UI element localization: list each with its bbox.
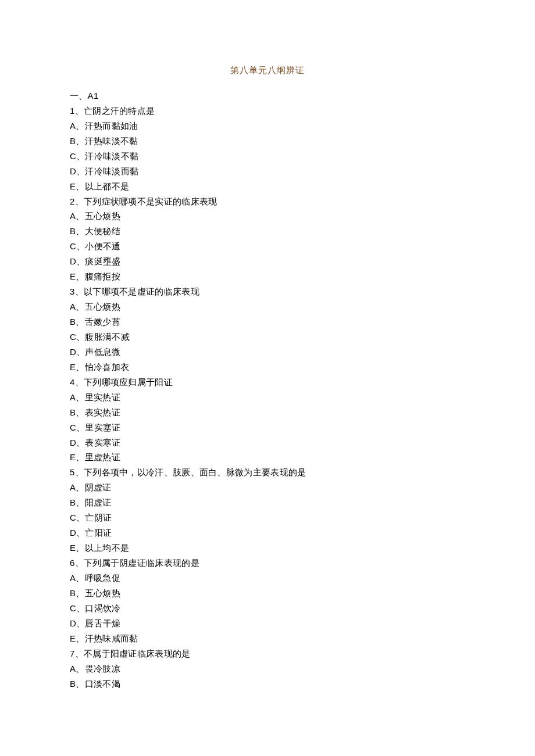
- question-stem: 1、亡阴之汗的特点是: [70, 103, 465, 119]
- question-option: E、以上都不是: [70, 179, 465, 194]
- question-option: D、唇舌干燥: [70, 616, 465, 631]
- question-option: A、汗热而黏如油: [70, 119, 465, 134]
- question-option: A、五心烦热: [70, 299, 465, 314]
- question-list: 1、亡阴之汗的特点是A、汗热而黏如油B、汗热味淡不黏C、汗冷味淡不黏D、汗冷味淡…: [70, 103, 465, 691]
- question-option: E、汗热味咸而黏: [70, 631, 465, 646]
- page-title: 第八单元八纲辨证: [70, 63, 465, 78]
- question-option: D、汗冷味淡而黏: [70, 164, 465, 179]
- question-option: A、里实热证: [70, 390, 465, 405]
- section-label: 一、A1: [70, 88, 465, 103]
- question-option: A、畏冷肢凉: [70, 661, 465, 676]
- question-option: E、怕冷喜加衣: [70, 360, 465, 375]
- question-stem: 2、下列症状哪项不是实证的临床表现: [70, 194, 465, 209]
- question-stem: 4、下列哪项应归属于阳证: [70, 375, 465, 390]
- question-option: B、阳虚证: [70, 495, 465, 510]
- question-option: B、五心烦热: [70, 586, 465, 601]
- question-option: C、亡阴证: [70, 510, 465, 525]
- question-option: E、腹痛拒按: [70, 269, 465, 284]
- question-option: E、里虚热证: [70, 450, 465, 465]
- question-option: C、小便不通: [70, 239, 465, 254]
- question-option: A、呼吸急促: [70, 571, 465, 586]
- question-option: A、五心烦热: [70, 209, 465, 224]
- question-option: D、亡阳证: [70, 525, 465, 540]
- question-option: A、阴虚证: [70, 480, 465, 495]
- question-option: B、汗热味淡不黏: [70, 134, 465, 149]
- question-option: C、腹胀满不减: [70, 329, 465, 345]
- question-option: D、表实寒证: [70, 435, 465, 450]
- question-stem: 6、下列属于阴虚证临床表现的是: [70, 556, 465, 571]
- question-stem: 3、以下哪项不是虚证的临床表现: [70, 284, 465, 299]
- question-stem: 7、不属于阳虚证临床表现的是: [70, 646, 465, 661]
- question-option: B、口淡不渴: [70, 676, 465, 691]
- question-option: B、表实热证: [70, 405, 465, 420]
- question-option: E、以上均不是: [70, 540, 465, 556]
- question-option: C、口渴饮冷: [70, 601, 465, 616]
- exam-page: 第八单元八纲辨证 一、A1 1、亡阴之汗的特点是A、汗热而黏如油B、汗热味淡不黏…: [0, 0, 535, 714]
- question-option: B、大便秘结: [70, 224, 465, 239]
- question-option: C、汗冷味淡不黏: [70, 149, 465, 164]
- question-option: C、里实塞证: [70, 420, 465, 435]
- question-option: B、舌嫩少苔: [70, 314, 465, 329]
- question-option: D、痰涎壅盛: [70, 254, 465, 269]
- question-option: D、声低息微: [70, 345, 465, 360]
- question-stem: 5、下列各项中，以冷汗、肢厥、面白、脉微为主要表现的是: [70, 465, 465, 480]
